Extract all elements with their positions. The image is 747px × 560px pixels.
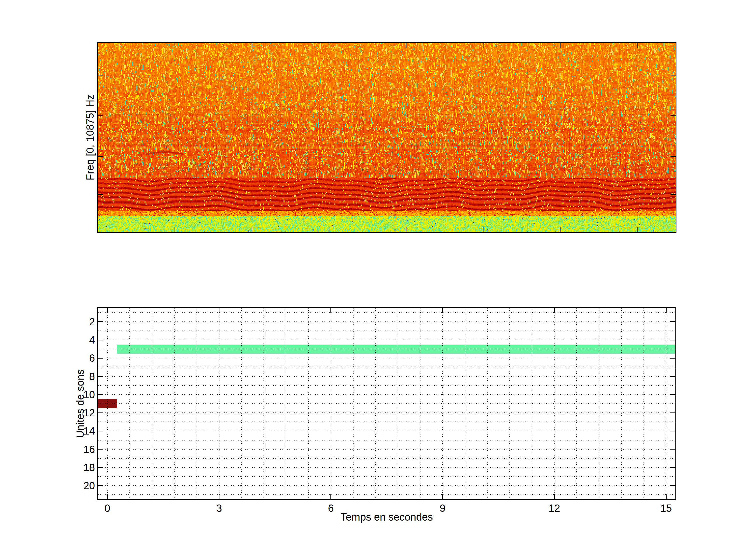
y-tick-mark-right [670,485,675,486]
spec-x-tick-mark-bottom [406,227,407,232]
gridline-horizontal [98,440,675,441]
y-tick-label: 2 [67,316,95,327]
spec-x-tick-mark-bottom [175,227,175,232]
gridline-vertical [532,308,532,499]
spec-y-tick-mark-left [98,75,103,76]
x-tick-mark-top [554,308,555,313]
x-tick-mark-bottom [442,494,443,499]
x-tick-mark-top [666,308,667,313]
gridline-vertical [197,308,197,499]
gridline-vertical [308,308,309,499]
x-tick-mark-top [107,308,108,313]
gridline-vertical [331,308,331,499]
gridline-horizontal [98,330,675,331]
spec-y-tick-mark-right [670,115,676,116]
x-tick-mark-bottom [554,494,555,499]
gridline-vertical [219,308,220,499]
gridline-vertical [599,308,599,499]
y-tick-mark-right [670,340,675,340]
gridline-vertical [644,308,644,499]
y-tick-label: 18 [67,462,95,473]
gridline-vertical [442,308,443,499]
spectrogram-y-axis-label: Freq [0, 10875] Hz [84,95,96,180]
spec-y-tick-mark-right [670,194,676,195]
gridline-horizontal [98,485,675,486]
spec-x-tick-mark-top [329,43,329,48]
spec-x-tick-mark-bottom [329,227,329,232]
spec-y-tick-mark-right [670,156,676,157]
x-tick-mark-bottom [666,494,667,499]
y-tick-mark-right [670,321,675,322]
spec-x-tick-mark-bottom [483,227,484,232]
spec-y-tick-mark-left [98,194,103,195]
gridline-horizontal [98,349,675,349]
y-tick-label: 20 [67,480,95,491]
spec-y-tick-mark-right [670,75,676,76]
y-tick-mark-right [670,412,675,413]
y-tick-label: 12 [67,407,95,419]
gridline-vertical [554,308,555,499]
gridline-horizontal [98,385,675,386]
x-tick-mark-top [218,308,220,313]
gridline-vertical [286,308,286,499]
gridline-horizontal [98,467,675,468]
y-tick-mark-right [670,358,675,358]
gridline-vertical [509,308,510,499]
x-tick-label: 0 [105,502,110,514]
x-tick-mark-top [331,308,331,313]
gridline-vertical [174,308,175,499]
gridline-horizontal [98,458,675,459]
spectrogram-canvas [98,43,676,232]
y-tick-label: 10 [67,389,95,400]
y-tick-mark-left [98,358,103,358]
gridline-horizontal [98,403,675,404]
gridline-vertical [420,308,420,499]
spec-x-tick-mark-top [175,43,175,48]
gridline-vertical [353,308,354,499]
spec-x-tick-mark-top [252,43,252,48]
y-tick-mark-left [98,485,103,486]
y-tick-mark-right [670,449,675,450]
spec-x-tick-mark-top [406,43,407,48]
gridline-horizontal [98,367,675,367]
gridline-vertical [241,308,242,499]
y-tick-mark-left [98,449,103,450]
gridline-vertical [107,308,108,499]
x-tick-mark-bottom [331,494,331,499]
gridline-vertical [263,308,264,499]
x-tick-mark-bottom [218,494,220,499]
y-tick-mark-left [98,376,103,377]
y-tick-label: 8 [67,371,95,382]
gridline-vertical [375,308,376,499]
gridline-vertical [465,308,465,499]
gridline-vertical [666,308,666,499]
spec-x-tick-mark-top [483,43,484,48]
spec-y-tick-mark-left [98,156,103,157]
gridline-horizontal [98,358,675,358]
y-tick-mark-left [98,467,103,468]
gridline-vertical [621,308,622,499]
y-tick-mark-right [670,394,675,395]
gridline-horizontal [98,321,675,322]
gridline-horizontal [98,412,675,413]
gridline-horizontal [98,431,675,431]
gridline-horizontal [98,313,675,313]
gridline-vertical [152,308,152,499]
spectrogram-axes [97,42,676,233]
x-tick-label: 12 [548,502,560,514]
gridline-vertical [129,308,130,499]
gridline-vertical [397,308,398,499]
y-tick-label: 16 [67,444,95,455]
y-tick-label: 14 [67,425,95,436]
spec-x-tick-mark-top [560,43,561,48]
gridline-horizontal [98,340,675,340]
y-tick-label: 4 [67,334,95,346]
spec-x-tick-mark-top [637,43,638,48]
timeline-axes [97,307,676,500]
y-tick-mark-left [98,412,103,413]
spec-x-tick-mark-bottom [637,227,638,232]
gridline-horizontal [98,449,675,450]
gridline-vertical [487,308,488,499]
spec-x-tick-mark-bottom [560,227,561,232]
y-tick-mark-left [98,431,103,431]
